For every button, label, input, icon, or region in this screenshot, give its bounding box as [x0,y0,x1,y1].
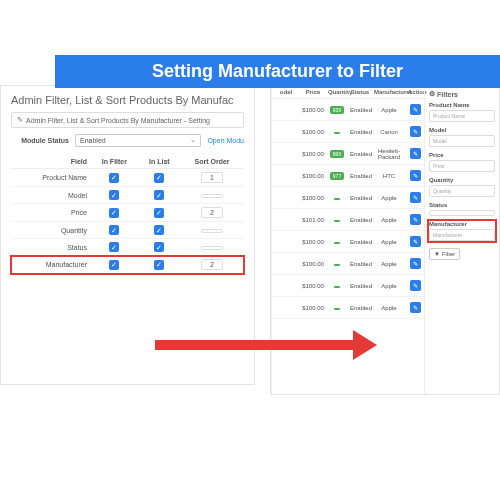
in-list-checkbox[interactable]: ✓ [154,190,164,200]
edit-button[interactable]: ✎ [410,280,421,291]
filter-group: Model Model [429,127,495,147]
sort-order-input[interactable]: 1 [201,172,223,183]
pencil-icon: ✎ [17,116,23,124]
col-in-list: In List [139,155,180,169]
sort-order-input[interactable] [201,194,223,198]
in-filter-checkbox[interactable]: ✓ [109,208,119,218]
cell-price: $101.00 [300,216,326,224]
field-label: Product Name [11,169,90,187]
filter-input[interactable]: Price [429,160,495,172]
field-label: Manufacturer [11,256,90,274]
sort-order-input[interactable] [201,246,223,250]
title-banner: Setting Manufacturer to Filter [55,55,500,88]
col-sort-order: Sort Order [180,155,244,169]
qty-badge [334,308,340,310]
field-label: Status [11,239,90,256]
breadcrumb-text: Admin Filter, List & Sort Products By Ma… [26,117,210,124]
filter-group: Price Price [429,152,495,172]
filter-label: Model [429,127,495,133]
cell-price: $100.00 [300,106,326,114]
cell-manufacturer: Canon [372,128,406,136]
fields-table: Field In Filter In List Sort Order Produ… [11,155,244,274]
sort-order-input[interactable] [201,229,223,233]
cell-price: $100.00 [300,282,326,290]
field-row: Price ✓ ✓ 2 [11,204,244,222]
filter-label: Manufacturer [429,221,495,227]
in-list-checkbox[interactable]: ✓ [154,173,164,183]
filter-label: Price [429,152,495,158]
product-row: $100.00 Enabled Apple ✎ [272,253,424,275]
in-filter-checkbox[interactable]: ✓ [109,173,119,183]
filter-button[interactable]: ▼Filter [429,248,460,260]
cell-status: Enabled [348,282,372,290]
field-label: Quantity [11,222,90,239]
cell-manufacturer: Apple [372,282,406,290]
edit-button[interactable]: ✎ [410,148,421,159]
product-row: $100.00 Enabled Apple ✎ [272,297,424,319]
filter-input[interactable] [429,210,495,216]
cell-price: $100.00 [300,128,326,136]
product-row: $101.00 Enabled Apple ✎ [272,209,424,231]
filter-input[interactable]: Manufacturer [429,229,495,241]
cell-manufacturer: Hewlett-Packard [372,147,406,161]
cell-status: Enabled [348,216,372,224]
field-label: Model [11,187,90,204]
edit-button[interactable]: ✎ [410,126,421,137]
product-row: $100.00 Enabled Apple ✎ [272,231,424,253]
qty-badge: 990 [330,150,344,158]
cell-price: $100.00 [300,260,326,268]
filter-group: Quantity Quantity [429,177,495,197]
cell-status: Enabled [348,172,372,180]
cell-manufacturer: Apple [372,304,406,312]
edit-button[interactable]: ✎ [410,170,421,181]
qty-badge [334,286,340,288]
edit-button[interactable]: ✎ [410,214,421,225]
page-title: Admin Filter, List & Sort Products By Ma… [11,94,244,106]
cell-status: Enabled [348,304,372,312]
filter-input[interactable]: Quantity [429,185,495,197]
filter-input[interactable]: Product Name [429,110,495,122]
filter-input[interactable]: Model [429,135,495,147]
cell-manufacturer: Apple [372,194,406,202]
breadcrumb: ✎ Admin Filter, List & Sort Products By … [11,112,244,128]
highlight-arrow [155,330,385,360]
edit-button[interactable]: ✎ [410,104,421,115]
edit-button[interactable]: ✎ [410,236,421,247]
qty-badge [334,264,340,266]
qty-badge [334,242,340,244]
in-list-checkbox[interactable]: ✓ [154,225,164,235]
qty-badge: 977 [330,172,344,180]
product-row: $100.00 Enabled Apple ✎ [272,275,424,297]
in-filter-checkbox[interactable]: ✓ [109,242,119,252]
edit-button[interactable]: ✎ [410,302,421,313]
cell-status: Enabled [348,106,372,114]
cell-status: Enabled [348,150,372,158]
filter-group: Product Name Product Name [429,102,495,122]
filter-label: Status [429,202,495,208]
in-filter-checkbox[interactable]: ✓ [109,260,119,270]
in-filter-checkbox[interactable]: ✓ [109,190,119,200]
cell-manufacturer: Apple [372,216,406,224]
cell-status: Enabled [348,128,372,136]
field-row: Product Name ✓ ✓ 1 [11,169,244,187]
sort-order-input[interactable]: 2 [201,207,223,218]
edit-button[interactable]: ✎ [410,192,421,203]
in-list-checkbox[interactable]: ✓ [154,260,164,270]
filter-label: Quantity [429,177,495,183]
cell-manufacturer: Apple [372,260,406,268]
product-row: $100.00 Enabled Apple ✎ [272,187,424,209]
cell-status: Enabled [348,260,372,268]
cell-price: $100.00 [300,304,326,312]
field-row: Model ✓ ✓ [11,187,244,204]
cell-status: Enabled [348,238,372,246]
cell-manufacturer: Apple [372,238,406,246]
in-filter-checkbox[interactable]: ✓ [109,225,119,235]
filters-heading: ⚙Filters [429,90,495,98]
in-list-checkbox[interactable]: ✓ [154,242,164,252]
in-list-checkbox[interactable]: ✓ [154,208,164,218]
edit-button[interactable]: ✎ [410,258,421,269]
qty-badge [334,198,340,200]
open-module-link[interactable]: Open Modu [207,137,244,144]
module-status-select[interactable]: Enabled [75,134,201,147]
sort-order-input[interactable]: 2 [201,259,223,270]
